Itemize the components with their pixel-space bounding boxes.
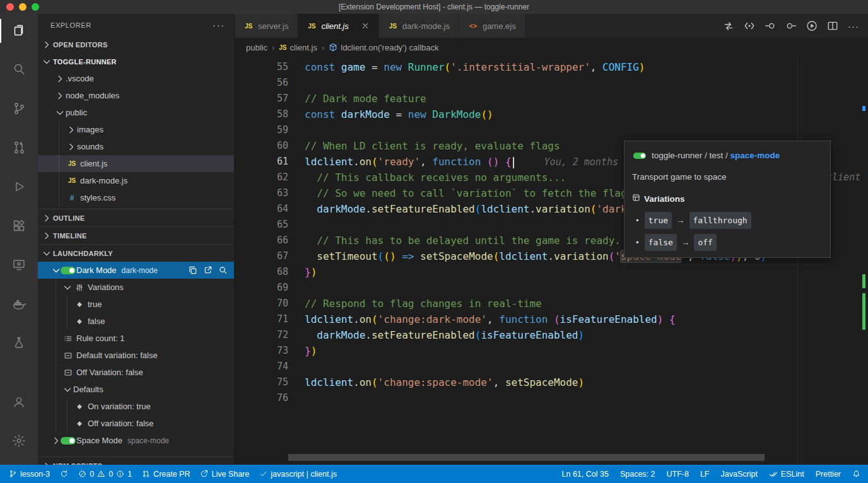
activity-item-search[interactable] bbox=[0, 54, 38, 86]
tree-item-client-js[interactable]: JSclient.js bbox=[38, 155, 234, 172]
section-outline[interactable]: OUTLINE bbox=[38, 209, 234, 226]
flag-in-code-icon[interactable] bbox=[744, 20, 755, 32]
open-changes-icon[interactable] bbox=[723, 20, 734, 32]
activity-item-launchdarkly[interactable] bbox=[0, 328, 38, 359]
section-npm-scripts[interactable]: NPM SCRIPTS bbox=[38, 457, 234, 465]
tree-item-false[interactable]: false bbox=[38, 313, 234, 330]
code-token bbox=[335, 61, 341, 73]
breadcrumb-item-ldclient-on-ready-callback[interactable]: ldclient.on('ready') callback bbox=[329, 43, 438, 52]
section-open-editors[interactable]: OPEN EDITORS bbox=[38, 36, 234, 53]
code-token: , bbox=[420, 156, 432, 168]
tree-item-defaults[interactable]: Defaults bbox=[38, 381, 234, 398]
status-sync[interactable] bbox=[60, 470, 68, 478]
tree-item-description: space-mode bbox=[127, 436, 169, 445]
status-language-mode[interactable]: JavaScript bbox=[721, 470, 758, 479]
code-editor[interactable]: 55const game = new Runner('.interstitial… bbox=[235, 57, 868, 465]
flag-name-link[interactable]: space-mode bbox=[730, 151, 780, 160]
copy-flag-key-icon[interactable] bbox=[188, 265, 197, 275]
line-number: 68 bbox=[235, 264, 305, 280]
tab-client-js[interactable]: JSclient.js bbox=[298, 14, 378, 38]
tree-item-dark-mode-js[interactable]: JSdark-mode.js bbox=[38, 172, 234, 189]
code-token: ( bbox=[487, 156, 493, 168]
status-notifications[interactable] bbox=[852, 470, 860, 478]
activity-item-source-control[interactable] bbox=[0, 93, 38, 125]
activity-item-github-pull-requests[interactable] bbox=[0, 132, 38, 164]
breadcrumb-item-public[interactable]: public bbox=[246, 43, 267, 52]
status-prettier[interactable]: Prettier bbox=[816, 470, 841, 479]
indent-guide bbox=[59, 189, 59, 206]
status-indentation[interactable]: Spaces: 2 bbox=[620, 470, 655, 479]
activity-item-settings[interactable] bbox=[0, 426, 38, 457]
activity-item-docker[interactable] bbox=[0, 289, 38, 320]
line-content: // This callback receives no arguments..… bbox=[305, 170, 566, 185]
status-git-branch[interactable]: lesson-3 bbox=[9, 470, 50, 479]
status-live-share[interactable]: Live Share bbox=[200, 470, 249, 479]
code-token: , bbox=[493, 376, 505, 388]
status-create-pr[interactable]: Create PR bbox=[142, 470, 190, 479]
close-window-button[interactable] bbox=[6, 3, 14, 11]
status-language-status[interactable]: javascript | client.js bbox=[259, 470, 337, 479]
more-actions-icon[interactable]: ··· bbox=[848, 21, 859, 32]
section-toggle-runner[interactable]: TOGGLE-RUNNER bbox=[38, 53, 234, 70]
explorer-tree: OPEN EDITORSTOGGLE-RUNNER.vscodenode_mod… bbox=[38, 36, 234, 465]
indent-guide bbox=[67, 398, 67, 415]
chevron-right-icon bbox=[54, 91, 66, 101]
tree-item-rule-count-1[interactable]: Rule count: 1 bbox=[38, 330, 234, 347]
status-cursor-position[interactable]: Ln 61, Col 35 bbox=[562, 470, 609, 479]
activity-item-remote-explorer[interactable] bbox=[0, 250, 38, 281]
split-editor-icon[interactable] bbox=[827, 20, 838, 32]
status-eol[interactable]: LF bbox=[700, 470, 710, 479]
tree-item-vscode[interactable]: .vscode bbox=[38, 70, 234, 87]
tree-item-space-mode[interactable]: Space Modespace-mode bbox=[38, 432, 234, 449]
tree-item-off-variation-false[interactable]: Off variation: false bbox=[38, 415, 234, 432]
close-icon[interactable] bbox=[361, 21, 370, 30]
zoom-window-button[interactable] bbox=[32, 3, 39, 11]
tab-dark-mode-js[interactable]: JSdark-mode.js bbox=[379, 14, 459, 38]
code-line-76: 76 bbox=[235, 390, 868, 406]
tab-server-js[interactable]: JSserver.js bbox=[235, 14, 298, 38]
breadcrumb-item-client-js[interactable]: JSclient.js bbox=[279, 43, 317, 52]
section-launchdarkly[interactable]: LAUNCHDARKLY bbox=[38, 244, 234, 262]
run-file-icon[interactable] bbox=[806, 20, 818, 32]
search-flag-references-icon[interactable] bbox=[218, 265, 228, 275]
section-timeline[interactable]: TIMELINE bbox=[38, 226, 234, 244]
tree-item-label: .vscode bbox=[66, 74, 94, 83]
activity-item-accounts[interactable] bbox=[0, 387, 38, 418]
tree-item-label: true bbox=[88, 300, 102, 309]
tab-game-ejs[interactable]: <>game.ejs bbox=[459, 14, 525, 38]
tree-item-public[interactable]: public bbox=[38, 104, 234, 121]
tree-item-images[interactable]: images bbox=[38, 121, 234, 138]
code-token: // When LD client is ready, evaluate fla… bbox=[305, 140, 560, 152]
line-number: 67 bbox=[235, 248, 305, 264]
tree-item-label: On variation: true bbox=[88, 402, 151, 411]
code-token: ) bbox=[578, 329, 585, 341]
flag-right-icon[interactable] bbox=[785, 20, 797, 32]
activity-item-explorer[interactable] bbox=[0, 15, 38, 47]
line-content: ldclient.on('ready', function () {You, 2… bbox=[305, 154, 641, 170]
tree-item-on-variation-true[interactable]: On variation: true bbox=[38, 398, 234, 415]
explorer-sidebar: EXPLORER ··· OPEN EDITORSTOGGLE-RUNNER.v… bbox=[38, 14, 235, 465]
open-in-launchdarkly-icon[interactable] bbox=[203, 265, 213, 275]
more-actions-icon[interactable]: ··· bbox=[213, 20, 225, 30]
code-token: . bbox=[353, 156, 360, 168]
activity-item-extensions[interactable] bbox=[0, 211, 38, 242]
tree-item-node-modules[interactable]: node_modules bbox=[38, 87, 234, 104]
code-line-56: 56 bbox=[235, 75, 868, 91]
minimize-window-button[interactable] bbox=[19, 3, 26, 11]
code-token: { bbox=[669, 313, 676, 325]
tree-item-sounds[interactable]: sounds bbox=[38, 138, 234, 155]
status-eslint[interactable]: ESLint bbox=[769, 470, 804, 479]
line-number: 69 bbox=[235, 280, 305, 296]
tree-item-styles-css[interactable]: #styles.css bbox=[38, 189, 234, 206]
status-problems[interactable]: 001 bbox=[78, 470, 132, 479]
tree-item-off-variation-false[interactable]: Off Variation: false bbox=[38, 364, 234, 381]
tree-item-variations[interactable]: Variations bbox=[38, 279, 234, 296]
code-token: '.interstitial-wrapper' bbox=[450, 61, 590, 73]
status-encoding[interactable]: UTF-8 bbox=[666, 470, 688, 479]
activity-item-run-and-debug[interactable] bbox=[0, 172, 38, 203]
tree-item-default-variation-false[interactable]: Default variation: false bbox=[38, 347, 234, 364]
horizontal-scrollbar[interactable] bbox=[288, 454, 765, 461]
tree-item-true[interactable]: true bbox=[38, 296, 234, 313]
flag-left-icon[interactable] bbox=[765, 20, 776, 32]
tree-item-dark-mode[interactable]: Dark Modedark-mode bbox=[38, 262, 234, 279]
